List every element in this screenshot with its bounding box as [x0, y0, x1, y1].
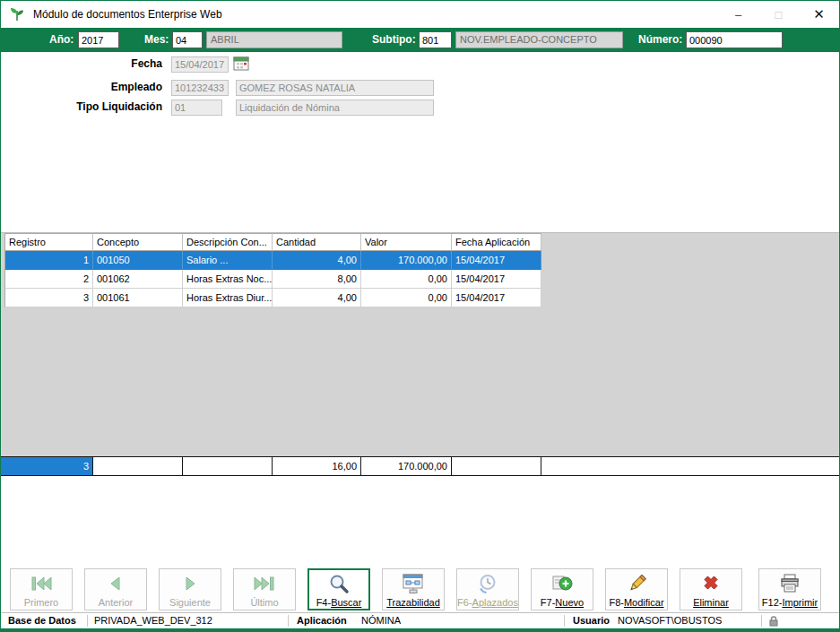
delete-x-icon	[699, 572, 723, 595]
statusbar-divider	[761, 615, 762, 627]
totals-descripcion-empty	[183, 457, 273, 475]
numero-label: Número:	[638, 28, 682, 52]
new-button-label: F7-Nuevo	[541, 597, 584, 608]
first-button-label: Primero	[24, 597, 59, 608]
titlebar: Módulo de documentos Enterprise Web – □ …	[1, 1, 839, 28]
close-button[interactable]: ✕	[799, 1, 839, 28]
user-value: NOVASOFT\OBUSTOS	[618, 613, 722, 628]
cell-fecha-aplicacion: 15/04/2017	[452, 270, 541, 289]
ano-input[interactable]	[78, 31, 119, 48]
subtipo-input[interactable]	[419, 31, 452, 48]
fecha-field: 15/04/2017	[171, 56, 229, 73]
document-form: Fecha 15/04/2017 Empleado 101232433 GOME…	[1, 52, 839, 232]
calendar-icon	[233, 60, 249, 74]
mes-input[interactable]	[172, 31, 203, 48]
cell-cantidad: 4,00	[273, 251, 361, 270]
window-title: Módulo de documentos Enterprise Web	[33, 8, 718, 21]
column-header-registro[interactable]: Registro	[4, 233, 93, 251]
calendar-button[interactable]	[232, 56, 250, 72]
mes-label: Mes:	[144, 28, 169, 52]
totals-concepto-empty	[93, 457, 183, 475]
statusbar-divider	[564, 615, 565, 627]
numero-input[interactable]	[686, 31, 783, 48]
db-label: Base de Datos	[8, 613, 76, 628]
search-button[interactable]: F4-Buscar	[307, 568, 370, 610]
delete-button[interactable]: Eliminar	[680, 568, 742, 610]
traceability-button-label: Trazabilidad	[386, 597, 440, 608]
delete-button-label: Eliminar	[693, 597, 729, 608]
empleado-nombre-field: GOMEZ ROSAS NATALIA	[236, 80, 434, 96]
statusbar-divider	[87, 615, 88, 627]
maximize-button[interactable]: □	[758, 1, 799, 28]
table-row[interactable]: 3 001061 Horas Extras Diur... 4,00 0,00 …	[4, 289, 541, 307]
previous-record-icon	[104, 572, 127, 595]
column-header-cantidad[interactable]: Cantidad	[273, 233, 361, 251]
new-button[interactable]: F7-Nuevo	[531, 568, 593, 610]
window-bottom-edge	[1, 628, 839, 632]
cell-descripcion: Salario ...	[183, 251, 273, 270]
cell-fecha-aplicacion: 15/04/2017	[452, 289, 541, 307]
tipo-liquidacion-label: Tipo Liquidación	[8, 100, 162, 113]
cell-registro: 3	[4, 289, 93, 307]
next-button-label: Siguiente	[169, 597, 211, 608]
new-plus-icon	[550, 572, 574, 595]
grid-header: Registro Concepto Descripción Con... Can…	[4, 233, 541, 251]
print-button[interactable]: F12-Imprimir	[758, 568, 821, 610]
cell-valor: 0,00	[361, 289, 452, 307]
db-value: PRIVADA_WEB_DEV_312	[94, 613, 212, 628]
printer-icon	[778, 572, 801, 595]
cell-valor: 170.000,00	[361, 251, 452, 270]
tipo-liquidacion-nombre-field: Liquidación de Nómina	[236, 100, 434, 116]
next-button: Siguiente	[159, 568, 221, 610]
modify-button-label: F8-Modificar	[609, 597, 663, 608]
cell-cantidad: 4,00	[273, 289, 361, 307]
cell-valor: 0,00	[361, 270, 452, 289]
app-value: NÓMINA	[361, 613, 401, 628]
pencil-icon	[625, 572, 648, 595]
modify-button[interactable]: F8-Modificar	[605, 568, 668, 610]
print-button-label: F12-Imprimir	[762, 597, 818, 608]
cell-concepto: 001062	[93, 270, 183, 289]
lock-icon	[768, 615, 779, 629]
cell-fecha-aplicacion: 15/04/2017	[452, 251, 541, 270]
search-icon	[327, 572, 351, 595]
empleado-codigo-field: 101232433	[171, 80, 229, 96]
column-header-concepto[interactable]: Concepto	[93, 233, 183, 251]
mes-nombre-field: ABRIL	[206, 31, 342, 48]
cell-concepto: 001061	[93, 289, 183, 307]
deferred-button: F6-Aplazados	[456, 568, 519, 610]
table-row[interactable]: 2 001062 Horas Extras Noc... 8,00 0,00 1…	[4, 270, 541, 289]
column-header-fecha-aplicacion[interactable]: Fecha Aplicación	[452, 233, 541, 251]
tipo-liquidacion-codigo-field: 01	[171, 100, 222, 116]
deferred-button-label: F6-Aplazados	[457, 597, 518, 608]
empleado-label: Empleado	[8, 81, 162, 93]
column-header-descripcion[interactable]: Descripción Con...	[183, 233, 273, 251]
search-button-label: F4-Buscar	[316, 597, 362, 608]
traceability-button[interactable]: Trazabilidad	[382, 568, 445, 610]
cell-cantidad: 8,00	[273, 270, 361, 289]
minimize-button[interactable]: –	[718, 1, 758, 28]
table-row[interactable]: 1 001050 Salario ... 4,00 170.000,00 15/…	[4, 251, 541, 270]
app-label: Aplicación	[297, 613, 347, 628]
statusbar-divider	[288, 615, 289, 627]
cell-registro: 2	[4, 270, 93, 289]
column-header-valor[interactable]: Valor	[361, 233, 452, 251]
bottom-toolbar: Primero Anterior Siguiente	[1, 567, 839, 613]
last-record-icon	[253, 572, 276, 595]
previous-button-label: Anterior	[99, 597, 134, 608]
statusbar: Base de Datos PRIVADA_WEB_DEV_312 Aplica…	[1, 612, 839, 628]
window-controls: – □ ✕	[718, 1, 839, 28]
previous-button: Anterior	[84, 568, 147, 610]
subtipo-nombre-field: NOV.EMPLEADO-CONCEPTO	[455, 31, 623, 48]
totals-row: 3 16,00 170.000,00	[1, 456, 839, 476]
cell-descripcion: Horas Extras Noc...	[183, 270, 273, 289]
totals-cantidad: 16,00	[273, 457, 361, 475]
documents-grid: Registro Concepto Descripción Con... Can…	[4, 233, 541, 307]
totals-filler	[541, 457, 839, 475]
fecha-label: Fecha	[8, 57, 162, 70]
totals-valor: 170.000,00	[361, 457, 452, 475]
cell-registro: 1	[4, 251, 93, 270]
totals-count: 3	[1, 457, 93, 475]
first-record-icon	[30, 572, 53, 595]
first-button: Primero	[10, 568, 73, 610]
